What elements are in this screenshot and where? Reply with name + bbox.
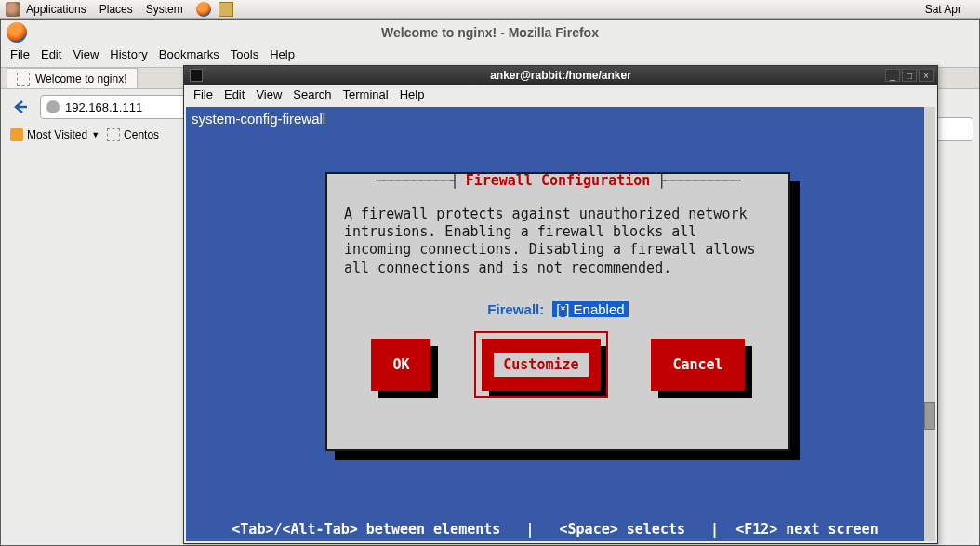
firewall-enabled-checkbox[interactable]: [*] Enabled [552,301,628,317]
ok-button[interactable]: OK [371,339,430,391]
chevron-down-icon: ▼ [91,130,99,140]
customize-button[interactable]: Customize [482,339,600,391]
firefox-window-title: Welcome to nginx! - Mozilla Firefox [1,20,979,46]
firewall-config-dialog: ──────────┤ Firewall Configuration ├────… [325,172,790,451]
terminal-scrollbar[interactable] [924,107,935,541]
most-visited-label: Most Visited [27,128,87,141]
system-menu[interactable]: System [146,3,183,16]
tab-favicon [17,73,30,86]
terminal-window: anker@rabbit:/home/anker _ □ × File Edit… [183,65,938,544]
places-menu[interactable]: Places [99,3,133,16]
tui-border: ──────────┤ [376,172,457,189]
gnome-top-panel: Applications Places System Sat Apr [0,0,980,19]
bookmark-favicon [107,128,120,141]
ff-menu-file[interactable]: File [10,47,30,61]
url-text: 192.168.1.111 [65,100,142,114]
tui-button-row: OK Customize Cancel [327,339,788,391]
customize-button-label: Customize [492,351,589,379]
close-button[interactable]: × [919,69,934,82]
ok-button-label: OK [381,351,420,379]
firefox-menubar: File Edit View History Bookmarks Tools H… [1,46,979,67]
firefox-tab[interactable]: Welcome to nginx! [7,68,138,88]
ff-menu-edit[interactable]: Edit [41,47,61,61]
term-menu-file[interactable]: File [193,87,213,101]
minimize-button[interactable]: _ [885,69,900,82]
ff-menu-help[interactable]: Help [270,47,295,61]
applications-menu[interactable]: Applications [26,3,86,16]
firefox-icon [7,22,27,43]
most-visited-button[interactable]: Most Visited ▼ [10,128,99,141]
maximize-button[interactable]: □ [902,69,917,82]
ff-menu-tools[interactable]: Tools [231,47,258,61]
terminal-titlebar[interactable]: anker@rabbit:/home/anker _ □ × [184,66,937,85]
ff-menu-history[interactable]: History [110,47,147,61]
bookmark-folder-icon [10,128,23,141]
foot-menu-icon[interactable] [6,2,20,17]
cancel-button[interactable]: Cancel [651,339,744,391]
term-menu-search[interactable]: Search [293,87,331,101]
arrow-left-icon [12,99,29,115]
firefox-launcher-icon[interactable] [196,2,211,17]
term-menu-view[interactable]: View [256,87,282,101]
ff-menu-bookmarks[interactable]: Bookmarks [159,47,219,61]
tab-label: Welcome to nginx! [35,73,127,86]
terminal-scroll-thumb[interactable] [924,402,935,430]
tui-dialog-title: Firewall Configuration [458,172,658,189]
tui-border: ├────────── [657,172,739,189]
centos-bookmark[interactable]: Centos [107,128,159,141]
centos-label: Centos [124,128,159,141]
terminal-title: anker@rabbit:/home/anker [184,69,937,82]
term-menu-terminal[interactable]: Terminal [343,87,389,101]
term-menu-edit[interactable]: Edit [224,87,245,101]
terminal-command-line: system-config-firewall [186,107,935,130]
cancel-button-label: Cancel [661,351,734,379]
back-button[interactable] [8,95,33,119]
tui-dialog-body: A firewall protects against unauthorized… [327,189,788,285]
terminal-body[interactable]: system-config-firewall ──────────┤ Firew… [186,107,935,541]
term-menu-help[interactable]: Help [400,87,425,101]
globe-icon [46,100,60,113]
package-manager-icon[interactable] [219,2,233,17]
ff-menu-view[interactable]: View [73,47,99,61]
firewall-toggle-row: Firewall: [*] Enabled [327,301,788,318]
tui-help-footer: <Tab>/<Alt-Tab> between elements | <Spac… [186,521,924,538]
terminal-menubar: File Edit View Search Terminal Help [184,85,937,104]
firewall-label: Firewall: [487,301,544,317]
clock[interactable]: Sat Apr [925,3,961,16]
